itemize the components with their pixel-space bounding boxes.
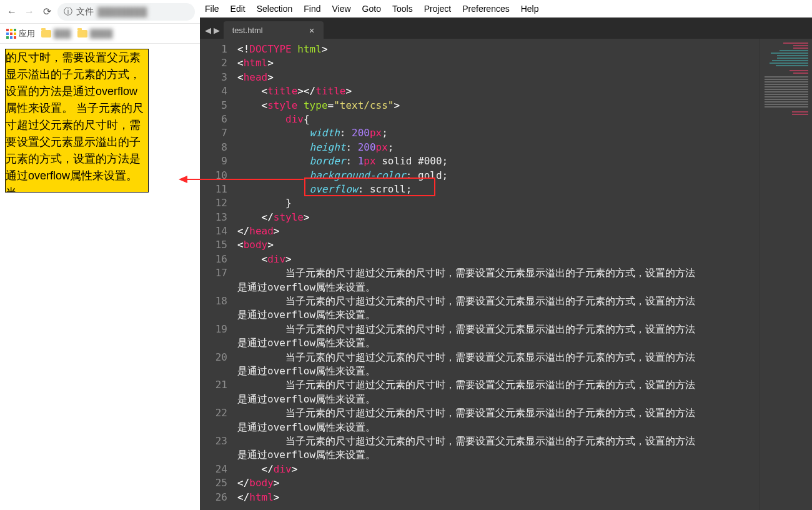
folder-icon [77,30,87,38]
code-line[interactable]: } [237,196,759,210]
apps-label: 应用 [19,28,35,39]
line-number: 11 [200,182,227,196]
bookmark-folder-1[interactable]: ███ [41,29,71,38]
line-number: 2 [200,56,227,70]
menu-preferences[interactable]: Preferences [462,4,509,14]
line-number: 17 [200,266,227,294]
line-number: 22 [200,406,227,434]
apps-icon [6,29,16,39]
bookmarks-bar: 应用 ███ ████ [0,24,200,44]
line-number: 8 [200,141,227,154]
code-line[interactable]: </body> [237,476,759,490]
rendered-div[interactable]: 的尺寸时，需要设置父元素显示溢出的子元素的方式，设置的方法是通过overflow… [5,49,149,192]
tab-history-arrows[interactable]: ◀ ▶ [205,26,224,39]
code-line[interactable]: </head> [237,224,759,238]
code-line[interactable]: <div> [237,252,759,266]
line-number: 20 [200,351,227,379]
close-icon[interactable]: × [309,25,315,36]
line-number: 9 [200,154,227,168]
address-prefix: 文件 [76,6,94,18]
reload-button[interactable]: ⟳ [40,6,54,18]
tab-test-html[interactable]: test.html × [224,21,324,39]
menu-tools[interactable]: Tools [392,4,413,14]
code-line[interactable]: overflow: scroll; [237,182,759,196]
line-number: 21 [200,378,227,406]
code-line[interactable]: 当子元素的尺寸超过父元素的尺寸时，需要设置父元素显示溢出的子元素的方式，设置的方… [237,378,759,406]
code-line[interactable]: 当子元素的尺寸超过父元素的尺寸时，需要设置父元素显示溢出的子元素的方式，设置的方… [237,266,759,294]
bookmark-folder-2[interactable]: ████ [77,29,113,38]
forward-button[interactable]: → [22,6,36,18]
browser-window: ← → ⟳ ⓘ 文件 ████████ 应用 ███ ████ 的尺寸时，需要设… [0,0,200,510]
folder-icon [41,30,51,38]
line-number: 26 [200,491,227,504]
info-icon: ⓘ [64,6,72,18]
code-line[interactable]: <body> [237,238,759,252]
line-number: 18 [200,294,227,322]
code-line[interactable]: 当子元素的尺寸超过父元素的尺寸时，需要设置父元素显示溢出的子元素的方式，设置的方… [237,351,759,379]
code-line[interactable]: <html> [237,56,759,70]
code-line[interactable]: width: 200px; [237,126,759,140]
line-number: 14 [200,224,227,238]
code-line[interactable]: height: 200px; [237,141,759,154]
code-line[interactable]: <style type="text/css"> [237,99,759,112]
code-editor[interactable]: <!DOCTYPE html><html><head> <title></tit… [235,39,759,510]
code-line[interactable]: 当子元素的尺寸超过父元素的尺寸时，需要设置父元素显示溢出的子元素的方式，设置的方… [237,406,759,434]
code-line[interactable]: </html> [237,491,759,504]
address-blurred: ████████ [97,7,147,17]
code-area: 1234567891011121314151617181920212223242… [200,39,812,510]
page-viewport: 的尺寸时，需要设置父元素显示溢出的子元素的方式，设置的方法是通过overflow… [0,44,200,198]
line-number: 23 [200,434,227,462]
address-bar[interactable]: ⓘ 文件 ████████ [57,3,195,21]
line-number: 24 [200,462,227,476]
editor-window: FileEditSelectionFindViewGotoToolsProjec… [200,0,812,510]
browser-toolbar: ← → ⟳ ⓘ 文件 ████████ [0,0,200,24]
bookmark-label-blurred: ███ [54,29,71,38]
code-line[interactable]: <!DOCTYPE html> [237,42,759,56]
line-number: 19 [200,322,227,351]
tab-bar: ◀ ▶ test.html × [200,18,812,39]
code-line[interactable]: </style> [237,211,759,224]
menu-bar: FileEditSelectionFindViewGotoToolsProjec… [200,0,812,18]
menu-find[interactable]: Find [304,4,320,14]
code-line[interactable]: div{ [237,112,759,126]
line-number: 6 [200,112,227,126]
line-number: 15 [200,238,227,252]
line-number: 4 [200,84,227,98]
line-number: 5 [200,99,227,112]
line-number: 1 [200,42,227,56]
menu-file[interactable]: File [205,4,219,14]
code-line[interactable]: 当子元素的尺寸超过父元素的尺寸时，需要设置父元素显示溢出的子元素的方式，设置的方… [237,294,759,322]
line-number: 12 [200,196,227,210]
menu-project[interactable]: Project [424,4,452,14]
menu-goto[interactable]: Goto [362,4,381,14]
code-line[interactable]: background-color: gold; [237,169,759,182]
line-gutter: 1234567891011121314151617181920212223242… [200,39,235,510]
code-line[interactable]: border: 1px solid #000; [237,154,759,168]
line-number: 3 [200,71,227,84]
code-line[interactable]: 当子元素的尺寸超过父元素的尺寸时，需要设置父元素显示溢出的子元素的方式，设置的方… [237,322,759,351]
minimap[interactable] [759,39,812,510]
menu-selection[interactable]: Selection [257,4,293,14]
line-number: 13 [200,211,227,224]
line-number: 7 [200,126,227,140]
line-number: 16 [200,252,227,266]
line-number: 25 [200,476,227,490]
code-line[interactable]: <head> [237,71,759,84]
code-line[interactable]: </div> [237,462,759,476]
line-number: 10 [200,169,227,182]
tab-title: test.html [232,26,263,35]
bookmark-label-blurred: ████ [90,29,113,38]
apps-button[interactable]: 应用 [6,28,35,39]
menu-view[interactable]: View [332,4,351,14]
code-line[interactable]: <title></title> [237,84,759,98]
back-button[interactable]: ← [5,6,19,18]
menu-edit[interactable]: Edit [230,4,245,14]
menu-help[interactable]: Help [521,4,539,14]
code-line[interactable]: 当子元素的尺寸超过父元素的尺寸时，需要设置父元素显示溢出的子元素的方式，设置的方… [237,434,759,462]
